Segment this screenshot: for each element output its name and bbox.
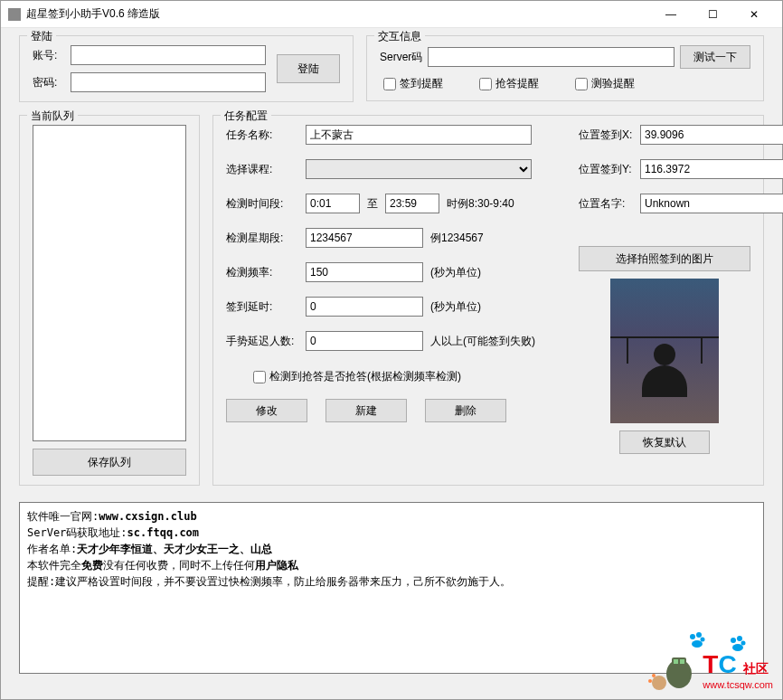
restore-button[interactable]: 恢复默认: [619, 430, 710, 454]
modify-button[interactable]: 修改: [226, 399, 307, 422]
svg-point-11: [731, 638, 736, 643]
svg-point-9: [701, 638, 705, 642]
delay-label: 签到延时:: [226, 299, 298, 315]
autograb-checkbox[interactable]: 检测到抢答是否抢答(根据检测频率检测): [253, 369, 461, 384]
test-remind-checkbox[interactable]: 测验提醒: [575, 76, 635, 91]
test-button[interactable]: 测试一下: [680, 45, 750, 69]
course-select[interactable]: [306, 159, 532, 179]
pos-name-label: 位置名字:: [579, 196, 633, 212]
login-button[interactable]: 登陆: [277, 54, 340, 83]
svg-rect-3: [674, 659, 678, 664]
time-start-input[interactable]: [306, 194, 360, 213]
gesture-label: 手势延迟人数:: [226, 334, 298, 349]
login-group: 登陆 账号: 密码: 登陆: [19, 35, 354, 102]
answer-remind-checkbox[interactable]: 抢答提醒: [479, 76, 539, 91]
pos-x-input[interactable]: [640, 125, 783, 145]
password-label: 密码:: [33, 75, 65, 90]
svg-point-6: [648, 679, 652, 683]
titlebar: 超星签到小助手V0.6 缔造版 — ☐ ✕: [1, 1, 782, 28]
maximize-button[interactable]: ☐: [692, 1, 733, 28]
svg-point-7: [690, 634, 695, 639]
watermark: TC 社区 www.tcsqw.com: [643, 648, 773, 692]
new-button[interactable]: 新建: [325, 399, 407, 422]
svg-point-13: [741, 641, 746, 646]
delete-button[interactable]: 删除: [425, 399, 506, 422]
interaction-group: 交互信息 Server码 测试一下 签到提醒 抢答提醒 测验提醒: [366, 35, 764, 101]
server-input[interactable]: [428, 47, 675, 67]
mascot-icon: [643, 648, 697, 692]
server-label: Server码: [380, 50, 422, 65]
account-input[interactable]: [71, 45, 266, 65]
delay-input[interactable]: [306, 297, 423, 317]
minimize-button[interactable]: —: [650, 1, 692, 28]
course-label: 选择课程:: [226, 162, 298, 177]
svg-point-0: [652, 676, 666, 690]
sign-remind-checkbox[interactable]: 签到提醒: [383, 76, 443, 91]
queue-group: 当前队列 保存队列: [19, 115, 200, 486]
photo-button[interactable]: 选择拍照签到的图片: [579, 246, 750, 271]
freq-input[interactable]: [306, 262, 423, 282]
week-label: 检测星期段:: [226, 231, 298, 246]
task-name-input[interactable]: [306, 125, 532, 145]
pos-y-label: 位置签到Y:: [579, 162, 633, 177]
svg-point-8: [696, 632, 702, 638]
svg-point-12: [737, 636, 742, 641]
time-label: 检测时间段:: [226, 196, 298, 212]
svg-point-14: [732, 644, 743, 651]
password-input[interactable]: [71, 72, 266, 92]
queue-list[interactable]: [33, 125, 186, 441]
svg-rect-4: [680, 659, 684, 664]
gesture-input[interactable]: [306, 331, 423, 351]
pos-y-input[interactable]: [640, 159, 783, 179]
svg-point-5: [652, 674, 656, 677]
photo-preview: [610, 279, 719, 423]
app-window: 超星签到小助手V0.6 缔造版 — ☐ ✕ 登陆 账号: 密码:: [0, 0, 783, 700]
time-end-input[interactable]: [385, 194, 439, 213]
window-title: 超星签到小助手V0.6 缔造版: [26, 6, 650, 22]
app-icon: [8, 8, 21, 21]
task-group: 任务配置 任务名称: 选择课程: 检测时间段:: [212, 115, 764, 486]
pos-x-label: 位置签到X:: [579, 128, 633, 143]
week-input[interactable]: [306, 228, 423, 248]
close-button[interactable]: ✕: [733, 1, 775, 28]
account-label: 账号:: [33, 48, 65, 63]
pos-name-input[interactable]: [640, 194, 783, 213]
save-queue-button[interactable]: 保存队列: [33, 449, 186, 476]
freq-label: 检测频率:: [226, 265, 298, 280]
svg-point-10: [692, 640, 703, 648]
task-name-label: 任务名称:: [226, 128, 298, 143]
